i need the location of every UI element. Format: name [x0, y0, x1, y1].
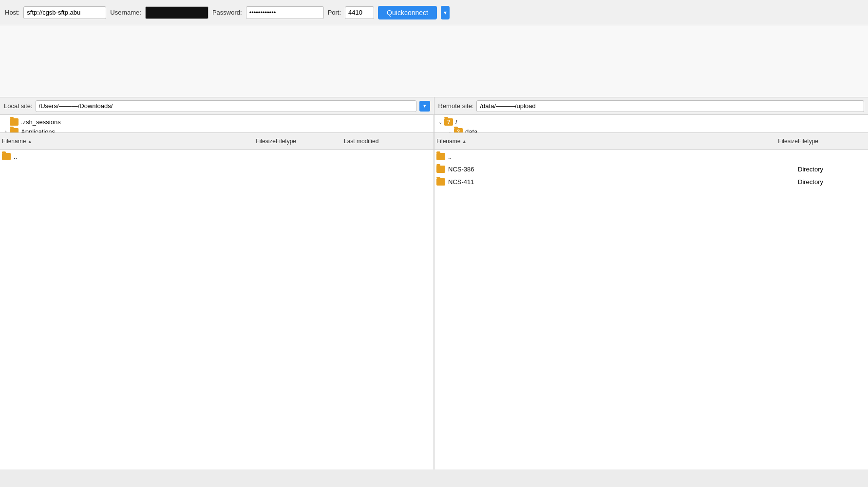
host-input[interactable]	[23, 6, 106, 19]
quickconnect-button[interactable]: Quickconnect	[378, 6, 437, 19]
quickconnect-dropdown-button[interactable]: ▾	[441, 6, 450, 19]
remote-col-headers: Filename ▲ Filesize Filetype	[434, 132, 868, 150]
remote-file-row[interactable]: NCS-386Directory	[434, 163, 868, 175]
local-site-dropdown-button[interactable]: ▾	[419, 101, 430, 112]
remote-file-folder-icon	[436, 153, 445, 160]
local-tree-area[interactable]: .zsh_sessions›Applications Creative Clou…	[0, 115, 434, 132]
local-file-row[interactable]: ..	[0, 150, 434, 163]
local-lastmod-header[interactable]: Last modified	[344, 138, 432, 145]
local-site-label: Local site:	[4, 102, 33, 110]
local-site-header: Local site: ▾	[0, 97, 434, 114]
remote-file-panel: ⌄?/⌄?data⌄———›upload Filename ▲ Filesize…	[434, 115, 868, 469]
remote-filesize-header[interactable]: Filesize	[759, 138, 798, 145]
username-input[interactable]	[145, 6, 208, 19]
remote-file-row-type: Directory	[798, 178, 866, 186]
local-col-headers: Filename ▲ Filesize Filetype Last modifi…	[0, 132, 434, 150]
remote-file-folder-icon	[436, 166, 445, 173]
remote-file-row-name: ..	[448, 153, 759, 160]
password-input[interactable]	[246, 6, 324, 19]
remote-site-path-input[interactable]	[476, 100, 864, 112]
remote-tree-area[interactable]: ⌄?/⌄?data⌄———›upload	[434, 115, 868, 132]
remote-site-header: Remote site:	[434, 97, 868, 114]
filename-sort-arrow: ▲	[27, 139, 32, 144]
local-file-rows[interactable]: ..	[0, 150, 434, 469]
file-row-name: ..	[14, 153, 237, 160]
tree-toggle-applications[interactable]: ›	[2, 128, 10, 132]
remote-toggle-root[interactable]: ⌄	[436, 118, 444, 126]
remote-folder-icon-data: ?	[454, 128, 463, 133]
local-tree-item-applications[interactable]: ›Applications	[0, 127, 434, 132]
file-folder-icon	[2, 153, 11, 160]
message-area	[0, 25, 868, 97]
folder-icon-zsh	[10, 118, 19, 126]
main-content: .zsh_sessions›Applications Creative Clou…	[0, 115, 868, 469]
site-bar: Local site: ▾ Remote site:	[0, 97, 868, 115]
remote-file-row[interactable]: ..	[434, 150, 868, 163]
remote-toggle-data[interactable]: ⌄	[446, 128, 454, 132]
remote-filename-header[interactable]: Filename ▲	[436, 138, 759, 145]
port-input[interactable]	[345, 6, 374, 19]
folder-icon-applications	[10, 128, 19, 133]
remote-file-row-name: NCS-386	[448, 166, 759, 173]
local-site-path-input[interactable]	[36, 100, 416, 112]
local-filesize-header[interactable]: Filesize	[237, 138, 276, 145]
port-label: Port:	[328, 9, 341, 16]
username-label: Username:	[110, 9, 141, 16]
local-filetype-header[interactable]: Filetype	[276, 138, 344, 145]
tree-name-zsh: .zsh_sessions	[21, 118, 61, 126]
local-file-panel: .zsh_sessions›Applications Creative Clou…	[0, 115, 434, 469]
remote-tree-item-root[interactable]: ⌄?/	[434, 117, 868, 127]
remote-tree-name-data: data	[465, 128, 477, 133]
remote-tree-item-data[interactable]: ⌄?data	[434, 127, 868, 132]
remote-filetype-header[interactable]: Filetype	[798, 138, 866, 145]
local-filename-header[interactable]: Filename ▲	[2, 138, 237, 145]
remote-file-row-type: Directory	[798, 166, 866, 173]
remote-file-rows[interactable]: ..NCS-386DirectoryNCS-411Directory	[434, 150, 868, 469]
remote-filename-sort-arrow: ▲	[462, 139, 467, 144]
password-label: Password:	[212, 9, 242, 16]
remote-tree-name-root: /	[455, 118, 457, 126]
remote-file-row-name: NCS-411	[448, 178, 759, 186]
remote-folder-icon-root: ?	[444, 118, 453, 126]
host-label: Host:	[5, 9, 19, 16]
remote-site-label: Remote site:	[438, 102, 474, 110]
remote-file-folder-icon	[436, 178, 445, 186]
tree-name-applications: Applications	[21, 128, 55, 133]
toolbar: Host: Username: Password: Port: Quickcon…	[0, 0, 868, 25]
local-tree-item-zsh[interactable]: .zsh_sessions	[0, 117, 434, 127]
remote-file-row[interactable]: NCS-411Directory	[434, 175, 868, 188]
